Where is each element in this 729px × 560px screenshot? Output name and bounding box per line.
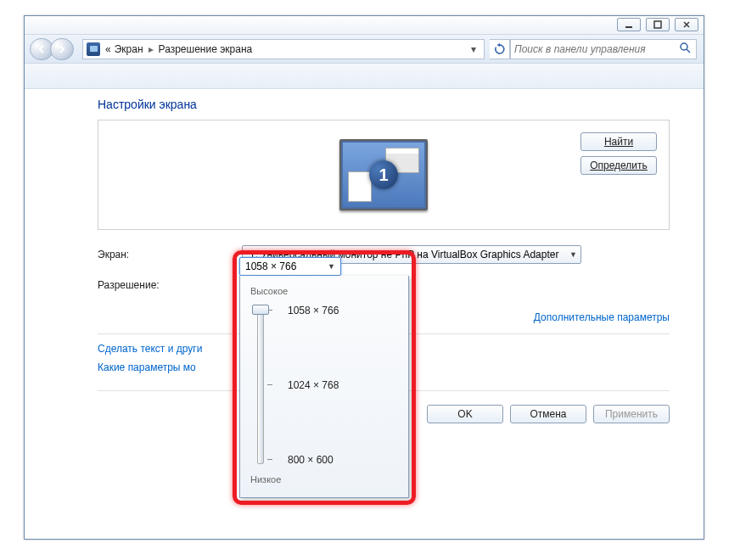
cancel-button[interactable]: Отмена: [510, 405, 586, 423]
close-button[interactable]: [675, 18, 698, 31]
chevron-down-icon: ▼: [569, 250, 577, 259]
screen-label: Экран:: [98, 249, 242, 260]
window-controls: [617, 18, 698, 31]
svg-rect-1: [654, 21, 661, 28]
resolution-slider-panel: Высокое 1058 × 766 1024 × 768 800 × 600 …: [239, 276, 409, 498]
ok-button[interactable]: OK: [427, 405, 503, 423]
search-input[interactable]: [514, 43, 677, 55]
page-title: Настройки экрана: [98, 98, 670, 111]
quality-low-label: Низкое: [250, 474, 400, 484]
search-icon[interactable]: [677, 42, 693, 56]
advanced-link[interactable]: Дополнительные параметры: [534, 311, 670, 323]
resolution-dropdown[interactable]: 1058 × 766 ▼: [239, 257, 341, 276]
chevron-down-icon: ▼: [328, 262, 335, 271]
forward-button[interactable]: [50, 38, 74, 60]
toolbar: [25, 64, 704, 89]
identify-button[interactable]: Определить: [580, 156, 657, 175]
quality-high-label: Высокое: [250, 286, 400, 296]
svg-line-3: [687, 49, 690, 53]
navbar: « Экран ▸ Разрешение экрана ▾: [25, 35, 704, 64]
minimize-button[interactable]: [617, 18, 641, 31]
monitor-thumbnail[interactable]: 1: [339, 139, 428, 210]
titlebar: [25, 16, 704, 35]
svg-point-2: [681, 43, 687, 50]
find-button[interactable]: Найти: [580, 132, 657, 151]
resolution-slider-track[interactable]: [257, 308, 264, 464]
chevron-right-icon: ▸: [145, 43, 157, 55]
window: « Экран ▸ Разрешение экрана ▾ Настройки …: [24, 15, 704, 540]
breadcrumb-item[interactable]: Экран: [113, 43, 145, 55]
breadcrumb-item[interactable]: Разрешение экрана: [157, 43, 255, 55]
breadcrumb-prefix: «: [104, 43, 113, 55]
resolution-option: 1024 × 768: [288, 379, 339, 391]
address-bar[interactable]: « Экран ▸ Разрешение экрана ▾: [82, 39, 485, 59]
resolution-label: Разрешение:: [98, 279, 242, 291]
resolution-option: 800 × 600: [288, 454, 334, 466]
refresh-button[interactable]: [490, 39, 510, 59]
resolution-option: 1058 × 766: [288, 305, 339, 316]
monitor-number: 1: [369, 160, 398, 189]
display-icon: [87, 42, 100, 56]
apply-button[interactable]: Применить: [593, 405, 670, 423]
maximize-button[interactable]: [646, 18, 670, 31]
display-preview: 1 Найти Определить: [98, 120, 670, 230]
address-dropdown-icon[interactable]: ▾: [467, 43, 480, 55]
svg-rect-0: [625, 26, 632, 28]
search-box[interactable]: [510, 39, 697, 59]
resolution-popup: 1058 × 766 ▼ Высокое 1058 × 766 1024 × 7…: [239, 257, 409, 498]
resolution-value: 1058 × 766: [245, 260, 296, 272]
resolution-slider-thumb[interactable]: [252, 305, 269, 315]
